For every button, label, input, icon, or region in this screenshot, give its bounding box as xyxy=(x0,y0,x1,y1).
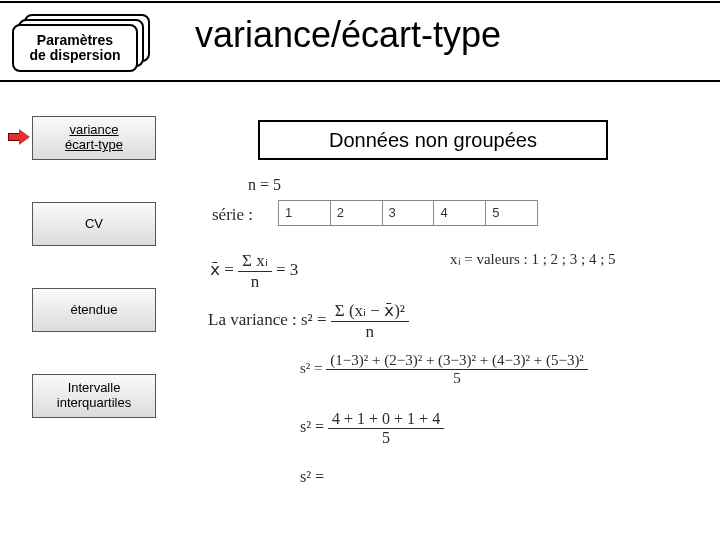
page-title: variance/écart-type xyxy=(195,14,501,56)
series-cell: 2 xyxy=(331,201,383,225)
nav-label: étendue xyxy=(71,303,118,318)
nav-box-interquartiles: Intervalleinterquartiles xyxy=(32,374,156,418)
note-xi-list: xᵢ = valeurs : 1 ; 2 ; 3 ; 4 ; 5 xyxy=(450,250,616,268)
note-s2-expanded: s² = (1−3)² + (2−3)² + (3−3)² + (4−3)² +… xyxy=(300,352,588,387)
nav-box-etendue: étendue xyxy=(32,288,156,332)
sidebar: varianceécart-type CV étendue Intervalle… xyxy=(4,116,164,460)
stack-card-front: Paramètresde dispersion xyxy=(12,24,138,72)
note-n: n = 5 xyxy=(248,176,281,194)
arrow-right-icon xyxy=(8,130,30,144)
nav-label: CV xyxy=(85,217,103,232)
rule-top xyxy=(0,1,720,3)
breadcrumb-stack: Paramètresde dispersion xyxy=(12,14,152,72)
note-s2-result: s² = xyxy=(300,468,324,486)
nav-label: varianceécart-type xyxy=(65,123,123,153)
nav-label: Intervalleinterquartiles xyxy=(57,381,131,411)
series-cell: 3 xyxy=(383,201,435,225)
nav-box-cv: CV xyxy=(32,202,156,246)
note-xbar: x̄ = Σ xᵢn = 3 xyxy=(210,250,298,292)
note-variance-def: La variance : s² = Σ (xᵢ − x̄)²n xyxy=(208,300,409,342)
series-cell: 5 xyxy=(486,201,537,225)
sidebar-item-variance[interactable]: varianceécart-type xyxy=(4,116,164,162)
sidebar-item-interquartiles[interactable]: Intervalleinterquartiles xyxy=(4,374,164,420)
note-serie-label: série : xyxy=(212,205,253,225)
stack-label: Paramètresde dispersion xyxy=(29,33,120,64)
series-cell: 4 xyxy=(434,201,486,225)
note-s2-sums: s² = 4 + 1 + 0 + 1 + 45 xyxy=(300,410,444,447)
sidebar-item-etendue[interactable]: étendue xyxy=(4,288,164,334)
series-grid: 1 2 3 4 5 xyxy=(278,200,538,226)
series-cell: 1 xyxy=(279,201,331,225)
subheader-label: Données non groupées xyxy=(329,129,537,152)
sidebar-item-cv[interactable]: CV xyxy=(4,202,164,248)
nav-box-variance: varianceécart-type xyxy=(32,116,156,160)
rule-under-header xyxy=(0,80,720,82)
subheader-box: Données non groupées xyxy=(258,120,608,160)
